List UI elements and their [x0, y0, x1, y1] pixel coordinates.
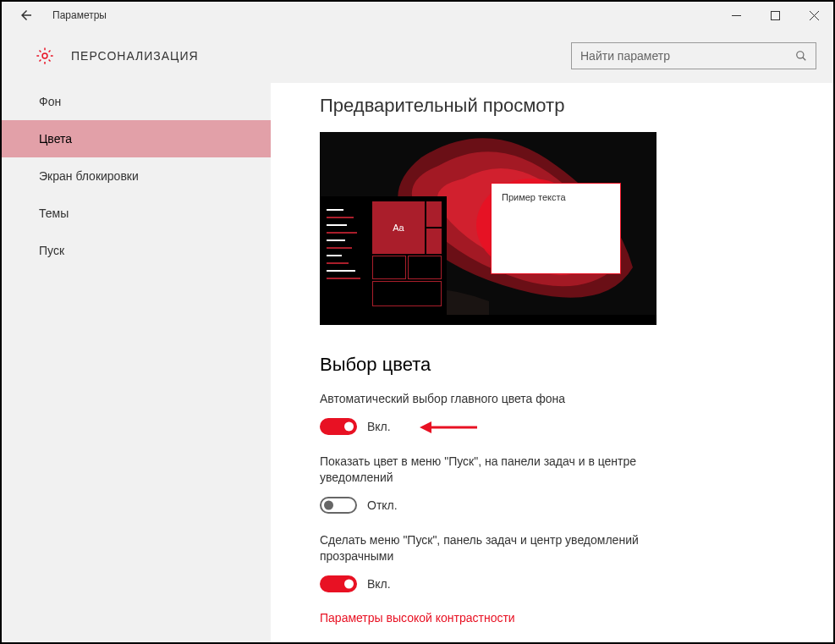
search-input[interactable]: [580, 49, 790, 63]
preview-taskbar: [320, 315, 656, 325]
preview-section-title: Предварительный просмотр: [320, 95, 808, 117]
back-arrow-icon: [19, 8, 34, 23]
color-section-title: Выбор цвета: [320, 354, 808, 376]
transparency-toggle[interactable]: [320, 575, 357, 592]
header: ПЕРСОНАЛИЗАЦИЯ: [2, 29, 833, 83]
preview-start-left: [320, 196, 372, 315]
show-color-start-toggle[interactable]: [320, 497, 357, 514]
window-title: Параметры: [52, 9, 107, 21]
svg-line-4: [803, 58, 806, 61]
close-button[interactable]: [794, 2, 833, 29]
content: Предварительный просмотр: [271, 83, 833, 642]
sidebar-item-themes[interactable]: Темы: [2, 195, 271, 232]
svg-marker-8: [420, 421, 431, 433]
svg-rect-0: [732, 15, 741, 16]
maximize-button[interactable]: [755, 2, 794, 29]
search-icon: [795, 50, 807, 62]
auto-pick-color-row: Вкл.: [320, 418, 808, 435]
svg-point-3: [797, 52, 804, 58]
body: Фон Цвета Экран блокировки Темы Пуск Пре…: [2, 83, 833, 642]
svg-rect-1: [771, 11, 779, 19]
preview-sample-window: Пример текста: [491, 183, 621, 274]
preview-tile-large: Aa: [372, 201, 425, 254]
gear-icon: [36, 47, 54, 65]
close-icon: [810, 11, 819, 20]
preview-sample-text: Пример текста: [502, 192, 610, 202]
transparency-row: Вкл.: [320, 575, 808, 592]
sidebar: Фон Цвета Экран блокировки Темы Пуск: [2, 83, 271, 642]
transparency-label: Сделать меню "Пуск", панель задач и цент…: [320, 532, 658, 565]
high-contrast-link[interactable]: Параметры высокой контрастности: [320, 611, 808, 625]
back-button[interactable]: [14, 3, 39, 28]
show-color-start-label: Показать цвет в меню "Пуск", на панели з…: [320, 454, 658, 487]
sidebar-item-colors[interactable]: Цвета: [2, 120, 271, 157]
titlebar: Параметры: [2, 2, 833, 29]
window-controls: [717, 2, 833, 29]
preview-startmenu: Aa: [320, 196, 447, 315]
preview-start-tiles: Aa: [372, 196, 447, 315]
svg-point-2: [42, 53, 47, 58]
minimize-button[interactable]: [717, 2, 755, 29]
maximize-icon: [771, 11, 780, 20]
auto-pick-color-label: Автоматический выбор главного цвета фона: [320, 391, 658, 408]
sidebar-item-start[interactable]: Пуск: [2, 232, 271, 269]
transparency-status: Вкл.: [367, 577, 391, 591]
search-box[interactable]: [571, 42, 816, 69]
preview-area: Aa: [320, 132, 656, 325]
auto-pick-color-toggle[interactable]: [320, 418, 357, 435]
sidebar-item-lockscreen[interactable]: Экран блокировки: [2, 157, 271, 195]
show-color-start-row: Откл.: [320, 497, 808, 514]
sidebar-item-background[interactable]: Фон: [2, 83, 271, 120]
auto-pick-color-status: Вкл.: [367, 420, 391, 433]
settings-window: Параметры ПЕРСОНАЛИЗАЦИЯ Фон Цвета Экран…: [0, 0, 835, 644]
page-title: ПЕРСОНАЛИЗАЦИЯ: [71, 49, 199, 63]
annotation-arrow: [420, 420, 479, 435]
show-color-start-status: Откл.: [367, 498, 398, 512]
minimize-icon: [732, 11, 741, 20]
